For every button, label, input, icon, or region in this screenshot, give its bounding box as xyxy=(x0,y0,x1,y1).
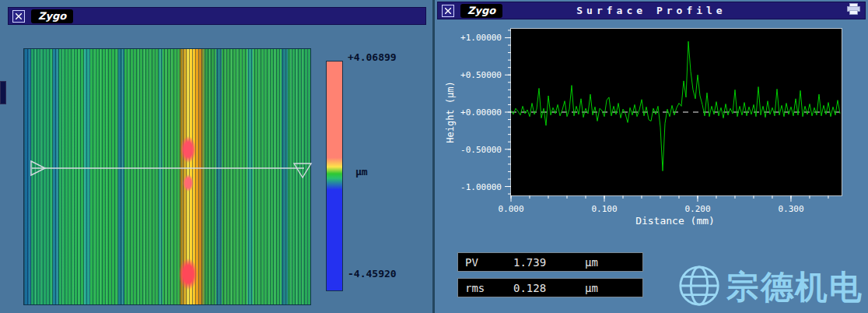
globe-icon xyxy=(677,263,722,311)
close-icon xyxy=(16,13,22,19)
rms-label: rms xyxy=(458,282,513,294)
watermark-text: 宗德机电 xyxy=(726,271,863,304)
svg-text:+0.00000: +0.00000 xyxy=(460,107,502,118)
close-button[interactable] xyxy=(12,10,25,23)
rms-value: 0.128 xyxy=(513,282,585,294)
profile-trace: +1.00000+0.50000+0.00000-0.50000-1.00000… xyxy=(511,29,842,195)
surface-map-image[interactable] xyxy=(23,48,311,305)
y-axis-label: Height (µm) xyxy=(445,50,456,174)
svg-text:+0.50000: +0.50000 xyxy=(460,70,502,80)
watermark-logo: 宗德机电 xyxy=(677,263,863,311)
svg-text:0.300: 0.300 xyxy=(778,204,803,214)
rms-readout: rms 0.128 µm xyxy=(457,278,643,297)
profile-slice-line[interactable] xyxy=(24,49,310,304)
surface-map-titlebar[interactable]: Zygo xyxy=(8,7,426,25)
svg-text:-1.00000: -1.00000 xyxy=(460,182,502,192)
pv-label: PV xyxy=(458,256,513,269)
surface-profile-titlebar[interactable]: Zygo Surface Profile xyxy=(437,2,866,19)
colorbar xyxy=(326,61,343,291)
pv-readout: PV 1.739 µm xyxy=(457,252,643,272)
svg-text:0.200: 0.200 xyxy=(684,204,710,214)
colorbar-max-label: +4.06899 xyxy=(348,51,397,63)
window-title: Surface Profile xyxy=(438,5,865,16)
svg-text:+1.00000: +1.00000 xyxy=(460,33,502,43)
pv-unit: µm xyxy=(585,256,598,269)
colorbar-unit-label: µm xyxy=(355,166,368,178)
colorbar-min-label: -4.45920 xyxy=(348,268,397,280)
background-window-edge xyxy=(0,81,6,104)
pv-value: 1.739 xyxy=(513,256,585,269)
rms-unit: µm xyxy=(585,282,598,294)
svg-text:-0.50000: -0.50000 xyxy=(460,145,502,155)
zygo-logo: Zygo xyxy=(31,9,73,23)
svg-text:0.100: 0.100 xyxy=(591,204,617,214)
profile-plot: +1.00000+0.50000+0.00000-0.50000-1.00000… xyxy=(510,28,842,196)
x-axis-label: Distance (mm) xyxy=(635,215,715,227)
surface-map-window: Zygo +4.06899 µm -4.45920 xyxy=(0,0,435,313)
zygo-app-screen: Zygo +4.06899 µm -4.45920 Zygo Sur xyxy=(0,0,868,313)
svg-text:0.000: 0.000 xyxy=(498,204,523,214)
